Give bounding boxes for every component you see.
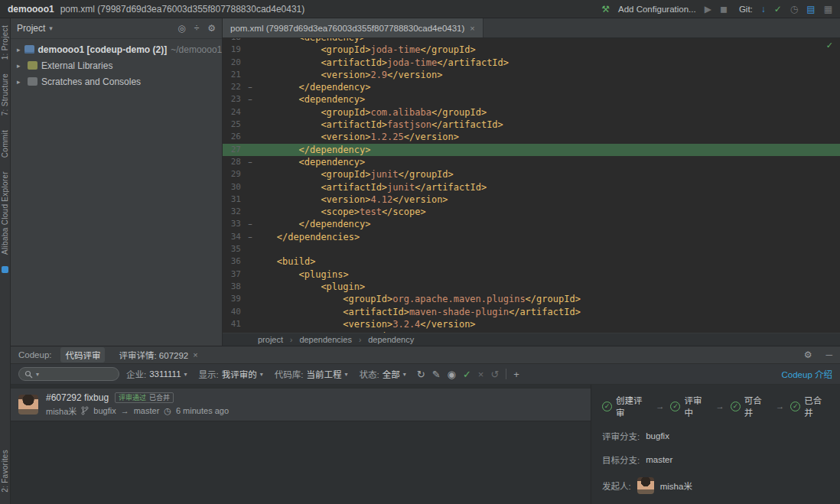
window-layout-icon[interactable]: ▦ [824,4,832,15]
filter-dropdown[interactable]: 状态:全部▾ [360,368,406,380]
codeup-intro-link[interactable]: Codeup 介绍 [782,368,832,380]
filter-dropdown[interactable]: 代码库:当前工程▾ [275,368,348,380]
line-number: 20 [223,57,246,69]
close-icon[interactable]: × [470,24,474,33]
review-list-item[interactable]: #607292 fixbug 评审通过 已合并 misha米 [11,388,591,421]
breadcrumb-separator: › [359,336,361,344]
fold-marker [246,57,255,69]
review-stage: ✓评审中 [670,394,709,418]
filter-dropdown[interactable]: 企业:3311111▾ [126,368,187,380]
fold-marker[interactable]: − [246,156,255,168]
tool-stripe-button[interactable]: Commit [1,130,9,158]
fold-marker [246,181,255,193]
project-tree-item[interactable]: ▸Scratches and Consoles [11,73,222,89]
project-tool-title[interactable]: Project [17,23,45,34]
tool-stripe-button[interactable]: Alibaba Cloud Explorer [1,171,9,255]
stripe-top: 1: Project7: StructureCommitAlibaba Clou… [1,18,9,278]
breadcrumb-item[interactable]: dependency [368,335,414,344]
tab-pom-xml[interactable]: pom.xml (79987d69d3ea76003d355f807788830… [223,18,483,37]
clock-icon: ◷ [164,406,171,416]
editor-tabbar: pom.xml (79987d69d3ea76003d355f807788830… [223,18,840,38]
tab-review-detail[interactable]: 评审详情: 607292 × [114,347,202,363]
alibaba-cloud-icon[interactable] [2,266,8,273]
stop-icon[interactable]: ◼ [720,4,728,15]
project-tree-item[interactable]: ▸demoooo1 [codeup-demo (2)]~/demoooo1 [11,41,222,57]
filter-value: 我评审的 [222,368,257,380]
filter-value: 全部 [383,368,400,380]
stripe-bottom: 2: Favorites [1,443,9,499]
project-tool-window: Project ▾ ◎ ÷ ⚙ ▸demoooo1 [codeup-demo (… [11,18,223,346]
breadcrumb-item[interactable]: dependencies [299,335,352,344]
build-hammer-icon[interactable]: ⚒ [601,4,610,15]
git-label: Git: [739,5,753,14]
close-review-icon[interactable]: × [478,369,484,380]
gear-icon[interactable]: ⚙ [804,350,812,360]
stage-label: 创建评审 [616,394,650,418]
fold-marker [246,38,255,44]
tree-item-label: External Libraries [41,60,112,71]
detail-field: 目标分支:master [602,454,829,466]
new-review-icon[interactable]: + [513,369,519,380]
fold-marker [246,243,255,255]
tree-item-path: ~/demoooo1 [171,44,222,55]
edit-icon[interactable]: ✎ [432,369,441,380]
code-line: 23−<dependency> [223,93,840,106]
code-line: 19<groupId>joda-time</groupId> [223,44,840,56]
close-icon[interactable]: × [193,350,197,359]
fold-marker [246,268,255,281]
breadcrumb-separator: › [290,336,292,344]
code-line: 35 [223,243,840,255]
collapse-all-icon[interactable]: ÷ [194,23,200,34]
git-update-icon[interactable]: ↓ [761,4,766,15]
fold-marker[interactable]: − [246,218,255,230]
view-icon[interactable]: ◉ [448,369,456,380]
detail-fields: 评审分支:bugfix目标分支:master发起人:misha米评审人:imis… [602,430,829,504]
line-number: 37 [223,268,246,281]
tool-stripe-button[interactable]: 1: Project [1,25,9,60]
project-panel-icon[interactable]: ▤ [806,4,815,15]
chevron-down-icon[interactable]: ▾ [49,24,53,32]
approve-icon[interactable]: ✓ [463,369,471,380]
tool-stripe-button[interactable]: 7: Structure [1,73,9,115]
tree-item-label: Scratches and Consoles [41,76,141,87]
arrow-right-icon: → [121,406,129,415]
fold-marker[interactable]: − [246,81,255,93]
code-line: 38<plugin> [223,281,840,293]
search-input[interactable]: ▾ [18,367,119,381]
history-icon[interactable]: ◷ [790,4,798,15]
chevron-right-icon[interactable]: ▸ [17,62,24,70]
fold-marker[interactable]: − [246,93,255,106]
tab-code-review[interactable]: 代码评审 [60,347,105,363]
line-number: 19 [223,44,246,56]
run-icon[interactable]: ▶ [705,4,711,15]
inspections-ok-icon[interactable]: ✓ [826,41,833,50]
project-tree-item[interactable]: ▸External Libraries [11,57,222,73]
code-line: 22−</dependency> [223,81,840,93]
arrow-right-icon: → [776,402,785,411]
line-number: 23 [223,93,246,106]
breadcrumb-item[interactable]: project [258,335,283,344]
code-text: <artifactId>fastjson</artifactId> [255,119,503,131]
fold-marker [246,131,255,143]
fold-marker[interactable]: − [246,231,255,243]
chevron-right-icon[interactable]: ▸ [17,46,21,54]
line-number: 38 [223,281,246,293]
review-title[interactable]: #607292 fixbug [46,392,109,403]
code-text: <groupId>org.apache.maven.plugins</group… [255,293,581,305]
tool-stripe-button[interactable]: 2: Favorites [1,450,9,493]
chevron-right-icon[interactable]: ▸ [17,78,24,86]
add-configuration-button[interactable]: Add Configuration... [618,5,696,14]
refresh-icon[interactable]: ↻ [417,369,425,380]
locate-file-icon[interactable]: ◎ [177,23,185,34]
code-line: 26<version>1.2.25</version> [223,131,840,143]
code-editor[interactable]: 18<dependency>19<groupId>joda-time</grou… [223,38,840,333]
minimize-icon[interactable]: ─ [825,350,832,360]
revert-icon[interactable]: ↺ [490,369,499,380]
code-line: 28−<dependency> [223,156,840,168]
search-icon [24,370,33,379]
git-commit-icon[interactable]: ✓ [774,4,782,15]
line-number: 30 [223,181,246,193]
code-line: 40<artifactId>maven-shade-plugin</artifa… [223,306,840,318]
filter-dropdown[interactable]: 显示:我评审的▾ [199,368,263,380]
gear-icon[interactable]: ⚙ [207,23,216,34]
